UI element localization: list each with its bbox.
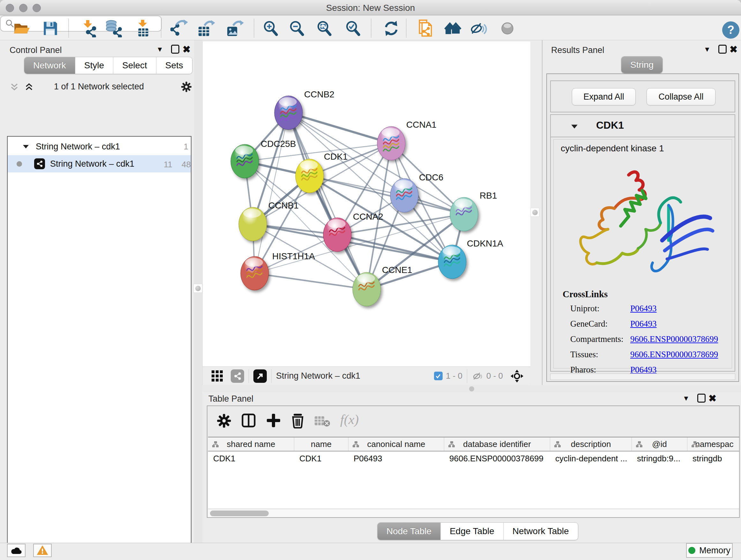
table-row[interactable]: CDK1CDK1P064939606.ENSP00000378699cyclin… — [208, 451, 739, 465]
table-cell[interactable]: 9606.ENSP00000378699 — [444, 451, 550, 465]
open-session-icon[interactable] — [13, 19, 30, 37]
zoom-in-icon[interactable] — [262, 19, 280, 37]
splitter-handle[interactable] — [193, 284, 202, 293]
node-CDC6[interactable] — [390, 179, 418, 212]
tab-edge-table[interactable]: Edge Table — [441, 523, 503, 540]
node-CCNE1[interactable] — [353, 272, 381, 306]
cloud-button[interactable] — [7, 544, 25, 557]
import-table-icon[interactable] — [134, 19, 152, 37]
column-header-namespac[interactable]: namespac — [687, 437, 739, 451]
crosslink-value-link[interactable]: P06493 — [630, 304, 657, 314]
crosslink-value-link[interactable]: P06493 — [630, 319, 657, 329]
collapse-panel-icon[interactable]: ▼ — [683, 394, 690, 402]
node-CDK1[interactable] — [295, 159, 324, 193]
column-header-database-identifier[interactable]: database identifier — [444, 437, 550, 451]
string-view-share-icon[interactable] — [231, 369, 244, 383]
node-CCNB1[interactable] — [239, 207, 267, 241]
warnings-button[interactable] — [33, 544, 52, 557]
hide-panel-eye-icon[interactable] — [469, 19, 487, 37]
delete-table-icon[interactable] — [314, 415, 331, 427]
column-header-shared-name[interactable]: shared name — [208, 437, 294, 451]
import-network-icon[interactable] — [79, 19, 97, 37]
float-panel-icon[interactable] — [697, 394, 705, 402]
export-image-icon[interactable] — [226, 19, 244, 37]
delete-column-trash-icon[interactable] — [290, 413, 306, 428]
memory-button[interactable]: Memory — [686, 543, 733, 558]
network-options-gear-icon[interactable] — [181, 81, 192, 92]
table-cell[interactable]: stringdb:9... — [632, 451, 687, 465]
column-header-canonical-name[interactable]: canonical name — [348, 437, 444, 451]
zoom-fit-icon[interactable] — [315, 19, 333, 37]
table-hscrollbar-track[interactable] — [208, 509, 739, 517]
tab-network[interactable]: Network — [24, 57, 75, 74]
export-table-icon[interactable] — [197, 19, 215, 37]
column-header--id[interactable]: @id — [632, 437, 687, 451]
zoom-selected-icon[interactable] — [344, 19, 362, 37]
zoom-out-icon[interactable] — [288, 19, 306, 37]
gene-expander-icon[interactable] — [570, 123, 578, 130]
float-panel-icon[interactable] — [718, 45, 727, 54]
network-canvas[interactable]: CCNB2CCNA1CDC25BCDK1CDC6RB1CCNB1CCNA2CDK… — [202, 42, 530, 367]
help-button[interactable]: ? — [722, 21, 739, 39]
open-in-window-icon[interactable] — [253, 369, 267, 383]
share-document-icon[interactable] — [417, 19, 434, 37]
table-options-gear-icon[interactable] — [216, 413, 232, 428]
node-RB1[interactable] — [450, 197, 478, 231]
collapse-panel-icon[interactable]: ▼ — [704, 45, 711, 54]
import-database-icon[interactable] — [105, 19, 123, 37]
save-session-icon[interactable] — [42, 19, 59, 37]
table-cell[interactable]: CDK1 — [208, 451, 294, 465]
node-CDKN1A[interactable] — [438, 245, 466, 279]
collapse-panel-icon[interactable]: ▼ — [156, 45, 163, 54]
tab-network-table[interactable]: Network Table — [503, 523, 578, 540]
refresh-icon[interactable] — [382, 19, 400, 37]
table-cell[interactable]: CDK1 — [294, 451, 348, 465]
table-cell[interactable]: P06493 — [348, 451, 444, 465]
node-CDC25B[interactable] — [231, 144, 259, 178]
add-column-icon[interactable] — [266, 413, 281, 428]
column-header-description[interactable]: description — [550, 437, 632, 451]
node-CCNB2[interactable] — [274, 96, 302, 130]
tab-select[interactable]: Select — [113, 57, 156, 74]
node-CCNA1[interactable] — [377, 126, 405, 160]
function-builder-fx[interactable]: f(x) — [340, 412, 359, 427]
close-panel-icon[interactable]: ✖ — [183, 44, 191, 55]
results-scrollbar-track[interactable] — [550, 374, 735, 380]
edge-CCNB2-CCNA1[interactable] — [288, 113, 391, 143]
node-CCNA2[interactable] — [323, 218, 351, 252]
home-networks-icon[interactable] — [444, 19, 462, 37]
network-row-selected[interactable]: String Network – cdk1 11 48 — [8, 155, 191, 172]
edge-CCNB2-CCNE1[interactable] — [288, 113, 367, 289]
table-cell[interactable]: stringdb — [687, 451, 739, 465]
export-network-icon[interactable] — [171, 19, 188, 37]
selected-nodes-checkbox-icon[interactable] — [434, 372, 443, 380]
show-graphics-eye-icon[interactable] — [498, 19, 516, 37]
tree-expander-icon[interactable] — [22, 143, 29, 150]
splitter-handle[interactable] — [530, 208, 539, 217]
tab-node-table[interactable]: Node Table — [378, 523, 441, 540]
show-columns-icon[interactable] — [241, 413, 257, 428]
close-panel-icon[interactable]: ✖ — [709, 393, 717, 404]
tab-style[interactable]: Style — [75, 57, 113, 74]
left-splitter[interactable] — [194, 40, 202, 543]
node-HIST1H1A[interactable] — [241, 256, 269, 290]
birds-eye-grid-icon[interactable] — [211, 370, 224, 382]
tab-string[interactable]: String — [621, 57, 663, 73]
edge-CCNB2-HIST1H1A[interactable] — [255, 113, 288, 273]
crosslink-value-link[interactable]: 9606.ENSP00000378699 — [630, 334, 718, 344]
table-cell[interactable]: cyclin-dependent ... — [550, 451, 632, 465]
right-splitter[interactable] — [530, 40, 542, 385]
gene-header-row[interactable]: CDK1 — [551, 115, 735, 137]
pan-crosshair-icon[interactable] — [510, 369, 524, 383]
splitter-handle[interactable] — [469, 386, 474, 391]
expand-all-button[interactable]: Expand All — [572, 88, 636, 105]
column-header-name[interactable]: name — [294, 437, 348, 451]
tab-sets[interactable]: Sets — [156, 57, 192, 74]
collapse-all-button[interactable]: Collapse All — [647, 88, 716, 105]
network-collection-row[interactable]: String Network – cdk1 1 — [8, 138, 191, 155]
horizontal-splitter[interactable] — [202, 385, 741, 392]
table-hscrollbar-thumb[interactable] — [210, 510, 269, 516]
crosslink-value-link[interactable]: 9606.ENSP00000378699 — [630, 350, 718, 360]
close-panel-icon[interactable]: ✖ — [730, 44, 738, 55]
float-panel-icon[interactable] — [171, 45, 179, 54]
